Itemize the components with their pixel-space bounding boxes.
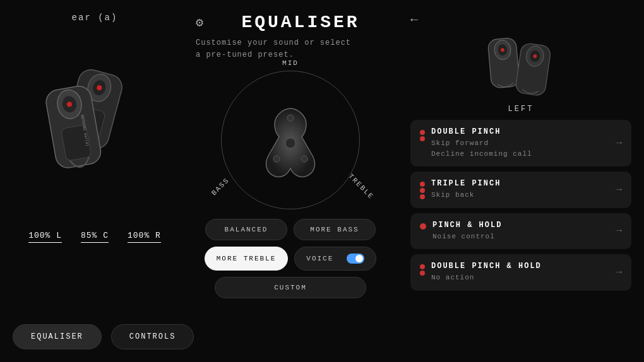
tab-equaliser[interactable]: EQUALISER [13, 324, 102, 349]
header-area: ⚙ EQUALISER [196, 13, 385, 32]
middle-panel: ⚙ EQUALISER Customise your sound or sele… [186, 0, 395, 362]
right-panel: ← LEFT [398, 0, 644, 362]
control-double-pinch-hold-text: DOUBLE PINCH & HOLD No action [431, 262, 542, 283]
preset-more-treble[interactable]: MORE TREBLE [205, 247, 289, 271]
control-double-pinch-desc: Skip forwardDecline incoming call [431, 138, 532, 159]
control-double-pinch[interactable]: DOUBLE PINCH Skip forwardDecline incomin… [410, 120, 631, 166]
svg-point-14 [301, 156, 307, 162]
control-triple-pinch-title: TRIPLE PINCH [431, 179, 501, 188]
preset-balanced[interactable]: BALANCED [205, 219, 287, 240]
control-triple-pinch-left: TRIPLE PINCH Skip back [420, 179, 501, 201]
eq-label-mid: MID [282, 59, 299, 67]
volume-center-value: 85% C [81, 231, 109, 243]
control-pinch-hold-desc: Noise control [432, 231, 502, 242]
volume-left: 100% L [28, 231, 62, 243]
svg-point-11 [285, 138, 295, 148]
preset-more-bass[interactable]: MORE BASS [294, 219, 376, 240]
control-double-pinch-hold-left: DOUBLE PINCH & HOLD No action [420, 262, 542, 283]
control-double-pinch-title: DOUBLE PINCH [431, 127, 532, 136]
control-double-pinch-hold-desc: No action [431, 272, 542, 283]
volume-right: 100% R [128, 231, 161, 243]
control-pinch-hold[interactable]: PINCH & HOLD Noise control → [410, 213, 631, 250]
preset-row-2: MORE TREBLE VOICE [196, 247, 385, 271]
arrow-right-icon-0: → [616, 137, 622, 149]
preset-row-1: BALANCED MORE BASS [196, 219, 385, 240]
control-double-pinch-text: DOUBLE PINCH Skip forwardDecline incomin… [431, 127, 532, 159]
earbuds-illustration: NOTHING ear(a) [32, 42, 158, 218]
arrow-right-icon-2: → [616, 225, 622, 236]
triple-dot-icon [420, 182, 425, 199]
eq-label-bass: BASS [210, 177, 231, 197]
volume-left-value: 100% L [28, 231, 62, 243]
preset-voice[interactable]: VOICE [294, 247, 376, 271]
control-triple-pinch-desc: Skip back [431, 190, 501, 201]
bottom-tabs: EQUALISER CONTROLS [13, 324, 194, 349]
control-pinch-hold-title: PINCH & HOLD [432, 221, 502, 230]
device-name: ear (a) [72, 13, 118, 23]
eq-dial: MID BASS TREBLE [221, 71, 360, 209]
control-triple-pinch[interactable]: TRIPLE PINCH Skip back → [410, 172, 631, 208]
control-pinch-hold-text: PINCH & HOLD Noise control [432, 221, 502, 242]
volume-right-value: 100% R [128, 231, 161, 243]
double-dot-hold-icon [420, 264, 425, 276]
control-double-pinch-hold[interactable]: DOUBLE PINCH & HOLD No action → [410, 254, 631, 291]
svg-point-12 [287, 115, 294, 121]
volume-row: 100% L 85% C 100% R [28, 231, 161, 243]
arrow-right-icon-3: → [616, 267, 622, 278]
control-pinch-hold-left: PINCH & HOLD Noise control [420, 221, 502, 242]
control-double-pinch-hold-title: DOUBLE PINCH & HOLD [431, 262, 542, 271]
right-header: ← [410, 13, 631, 27]
voice-toggle[interactable] [347, 254, 364, 264]
preset-custom[interactable]: CUSTOM [215, 277, 366, 298]
tab-controls[interactable]: CONTROLS [111, 324, 194, 349]
svg-point-13 [273, 156, 280, 162]
page-title: EQUALISER [241, 13, 359, 32]
control-double-pinch-left: DOUBLE PINCH Skip forwardDecline incomin… [420, 127, 532, 159]
side-label: LEFT [410, 105, 631, 114]
control-triple-pinch-text: TRIPLE PINCH Skip back [431, 179, 501, 201]
preset-voice-label: VOICE [306, 255, 333, 262]
single-dot-icon [420, 223, 426, 230]
back-icon[interactable]: ← [410, 13, 418, 27]
volume-center: 85% C [81, 231, 109, 243]
preset-row-3: CUSTOM [196, 277, 385, 298]
arrow-right-icon-1: → [616, 184, 622, 196]
left-panel: ear (a) NOTHING ear(a) [0, 0, 189, 362]
subtitle: Customise your sound or selecta pre-tune… [196, 37, 351, 61]
double-dot-icon [420, 130, 425, 141]
eq-label-treble: TREBLE [347, 173, 376, 201]
right-earbuds-illustration [410, 37, 631, 100]
gear-icon[interactable]: ⚙ [196, 15, 203, 30]
trefoil-shape [246, 96, 335, 184]
